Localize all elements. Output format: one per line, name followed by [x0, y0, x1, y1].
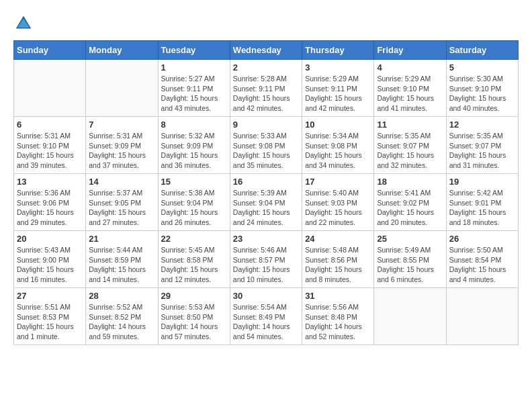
day-number: 29: [161, 291, 227, 301]
calendar-cell: 30Sunrise: 5:54 AM Sunset: 8:49 PM Dayli…: [230, 288, 302, 345]
day-number: 31: [305, 291, 371, 301]
day-info: Sunrise: 5:48 AM Sunset: 8:56 PM Dayligh…: [305, 245, 371, 285]
day-info: Sunrise: 5:31 AM Sunset: 9:10 PM Dayligh…: [17, 131, 83, 171]
day-info: Sunrise: 5:36 AM Sunset: 9:06 PM Dayligh…: [17, 188, 83, 228]
day-info: Sunrise: 5:28 AM Sunset: 9:11 PM Dayligh…: [233, 74, 299, 113]
calendar-cell: 2Sunrise: 5:28 AM Sunset: 9:11 PM Daylig…: [230, 60, 302, 117]
day-info: Sunrise: 5:35 AM Sunset: 9:07 PM Dayligh…: [377, 131, 443, 171]
calendar-cell: 4Sunrise: 5:29 AM Sunset: 9:10 PM Daylig…: [374, 60, 446, 117]
calendar-header-monday: Monday: [86, 41, 158, 60]
calendar: SundayMondayTuesdayWednesdayThursdayFrid…: [13, 40, 519, 345]
day-number: 24: [305, 234, 371, 244]
calendar-header-row: SundayMondayTuesdayWednesdayThursdayFrid…: [14, 41, 519, 60]
day-info: Sunrise: 5:42 AM Sunset: 9:01 PM Dayligh…: [449, 188, 515, 228]
day-number: 30: [233, 291, 299, 301]
day-info: Sunrise: 5:32 AM Sunset: 9:09 PM Dayligh…: [161, 131, 227, 171]
day-info: Sunrise: 5:53 AM Sunset: 8:50 PM Dayligh…: [161, 302, 227, 342]
day-number: 22: [161, 234, 227, 244]
calendar-cell: 28Sunrise: 5:52 AM Sunset: 8:52 PM Dayli…: [86, 288, 158, 345]
calendar-cell: 25Sunrise: 5:49 AM Sunset: 8:55 PM Dayli…: [374, 231, 446, 288]
day-info: Sunrise: 5:30 AM Sunset: 9:10 PM Dayligh…: [449, 74, 515, 113]
calendar-cell: 7Sunrise: 5:31 AM Sunset: 9:09 PM Daylig…: [86, 117, 158, 174]
calendar-header-wednesday: Wednesday: [230, 41, 302, 60]
day-info: Sunrise: 5:49 AM Sunset: 8:55 PM Dayligh…: [377, 245, 443, 285]
calendar-cell: 17Sunrise: 5:40 AM Sunset: 9:03 PM Dayli…: [302, 174, 374, 231]
week-row-5: 27Sunrise: 5:51 AM Sunset: 8:53 PM Dayli…: [14, 288, 519, 345]
day-number: 10: [305, 120, 371, 130]
day-info: Sunrise: 5:27 AM Sunset: 9:11 PM Dayligh…: [161, 74, 227, 113]
calendar-cell: 22Sunrise: 5:45 AM Sunset: 8:58 PM Dayli…: [158, 231, 230, 288]
day-info: Sunrise: 5:46 AM Sunset: 8:57 PM Dayligh…: [233, 245, 299, 285]
day-info: Sunrise: 5:54 AM Sunset: 8:49 PM Dayligh…: [233, 302, 299, 342]
day-number: 20: [17, 234, 83, 244]
calendar-cell: 24Sunrise: 5:48 AM Sunset: 8:56 PM Dayli…: [302, 231, 374, 288]
calendar-cell: [374, 288, 446, 345]
day-info: Sunrise: 5:31 AM Sunset: 9:09 PM Dayligh…: [89, 131, 154, 171]
day-info: Sunrise: 5:29 AM Sunset: 9:11 PM Dayligh…: [305, 74, 371, 113]
day-number: 27: [17, 291, 83, 301]
day-number: 4: [377, 62, 443, 73]
calendar-cell: 12Sunrise: 5:35 AM Sunset: 9:07 PM Dayli…: [446, 117, 518, 174]
week-row-4: 20Sunrise: 5:43 AM Sunset: 9:00 PM Dayli…: [14, 231, 519, 288]
calendar-cell: 1Sunrise: 5:27 AM Sunset: 9:11 PM Daylig…: [158, 60, 230, 117]
day-info: Sunrise: 5:40 AM Sunset: 9:03 PM Dayligh…: [305, 188, 371, 228]
week-row-3: 13Sunrise: 5:36 AM Sunset: 9:06 PM Dayli…: [14, 174, 519, 231]
day-number: 3: [305, 62, 371, 73]
calendar-cell: 8Sunrise: 5:32 AM Sunset: 9:09 PM Daylig…: [158, 117, 230, 174]
calendar-cell: 21Sunrise: 5:44 AM Sunset: 8:59 PM Dayli…: [86, 231, 158, 288]
day-info: Sunrise: 5:52 AM Sunset: 8:52 PM Dayligh…: [89, 302, 154, 342]
day-info: Sunrise: 5:34 AM Sunset: 9:08 PM Dayligh…: [305, 131, 371, 171]
day-info: Sunrise: 5:35 AM Sunset: 9:07 PM Dayligh…: [449, 131, 515, 171]
calendar-cell: 16Sunrise: 5:39 AM Sunset: 9:04 PM Dayli…: [230, 174, 302, 231]
day-number: 2: [233, 62, 299, 73]
calendar-cell: 13Sunrise: 5:36 AM Sunset: 9:06 PM Dayli…: [14, 174, 86, 231]
calendar-header-saturday: Saturday: [446, 41, 518, 60]
day-number: 26: [449, 234, 515, 244]
calendar-header-sunday: Sunday: [14, 41, 86, 60]
day-number: 16: [233, 177, 299, 187]
day-number: 8: [161, 120, 227, 130]
calendar-cell: 6Sunrise: 5:31 AM Sunset: 9:10 PM Daylig…: [14, 117, 86, 174]
day-number: 9: [233, 120, 299, 130]
day-number: 15: [161, 177, 227, 187]
day-number: 5: [449, 62, 515, 73]
day-number: 12: [449, 120, 515, 130]
day-info: Sunrise: 5:29 AM Sunset: 9:10 PM Dayligh…: [377, 74, 443, 113]
calendar-cell: 15Sunrise: 5:38 AM Sunset: 9:04 PM Dayli…: [158, 174, 230, 231]
day-number: 14: [89, 177, 154, 187]
calendar-cell: 26Sunrise: 5:50 AM Sunset: 8:54 PM Dayli…: [446, 231, 518, 288]
calendar-header-thursday: Thursday: [302, 41, 374, 60]
calendar-cell: 9Sunrise: 5:33 AM Sunset: 9:08 PM Daylig…: [230, 117, 302, 174]
logo: [13, 13, 36, 34]
calendar-cell: 23Sunrise: 5:46 AM Sunset: 8:57 PM Dayli…: [230, 231, 302, 288]
day-number: 17: [305, 177, 371, 187]
day-info: Sunrise: 5:37 AM Sunset: 9:05 PM Dayligh…: [89, 188, 154, 228]
calendar-header-tuesday: Tuesday: [158, 41, 230, 60]
day-info: Sunrise: 5:43 AM Sunset: 9:00 PM Dayligh…: [17, 245, 83, 285]
logo-icon: [13, 13, 34, 34]
day-info: Sunrise: 5:41 AM Sunset: 9:02 PM Dayligh…: [377, 188, 443, 228]
calendar-cell: [86, 60, 158, 117]
day-info: Sunrise: 5:39 AM Sunset: 9:04 PM Dayligh…: [233, 188, 299, 228]
day-info: Sunrise: 5:50 AM Sunset: 8:54 PM Dayligh…: [449, 245, 515, 285]
calendar-cell: 27Sunrise: 5:51 AM Sunset: 8:53 PM Dayli…: [14, 288, 86, 345]
calendar-cell: 3Sunrise: 5:29 AM Sunset: 9:11 PM Daylig…: [302, 60, 374, 117]
calendar-cell: 5Sunrise: 5:30 AM Sunset: 9:10 PM Daylig…: [446, 60, 518, 117]
day-number: 13: [17, 177, 83, 187]
calendar-cell: 10Sunrise: 5:34 AM Sunset: 9:08 PM Dayli…: [302, 117, 374, 174]
calendar-header-friday: Friday: [374, 41, 446, 60]
calendar-cell: 29Sunrise: 5:53 AM Sunset: 8:50 PM Dayli…: [158, 288, 230, 345]
day-info: Sunrise: 5:51 AM Sunset: 8:53 PM Dayligh…: [17, 302, 83, 342]
calendar-cell: [446, 288, 518, 345]
day-number: 21: [89, 234, 154, 244]
day-info: Sunrise: 5:38 AM Sunset: 9:04 PM Dayligh…: [161, 188, 227, 228]
calendar-cell: 20Sunrise: 5:43 AM Sunset: 9:00 PM Dayli…: [14, 231, 86, 288]
day-info: Sunrise: 5:56 AM Sunset: 8:48 PM Dayligh…: [305, 302, 371, 342]
day-info: Sunrise: 5:44 AM Sunset: 8:59 PM Dayligh…: [89, 245, 154, 285]
calendar-cell: [14, 60, 86, 117]
calendar-cell: 11Sunrise: 5:35 AM Sunset: 9:07 PM Dayli…: [374, 117, 446, 174]
day-info: Sunrise: 5:33 AM Sunset: 9:08 PM Dayligh…: [233, 131, 299, 171]
day-number: 18: [377, 177, 443, 187]
week-row-1: 1Sunrise: 5:27 AM Sunset: 9:11 PM Daylig…: [14, 60, 519, 117]
day-number: 19: [449, 177, 515, 187]
